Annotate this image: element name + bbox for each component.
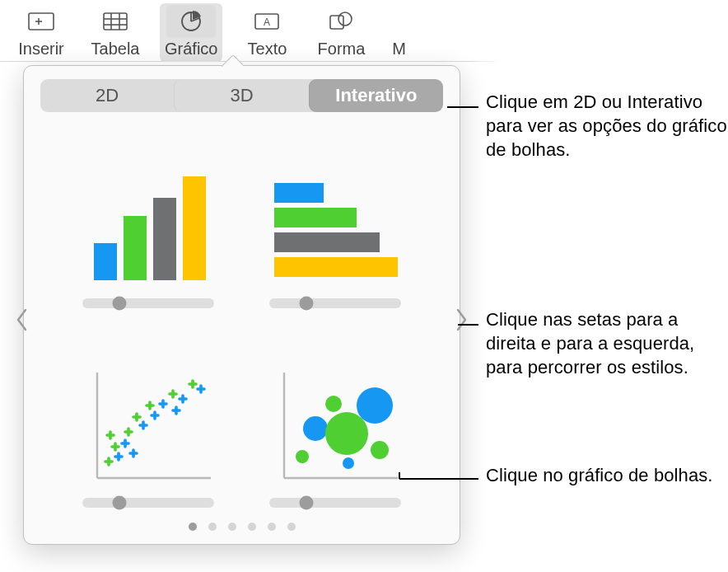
scatter-chart-icon — [82, 364, 214, 488]
pager-dot[interactable] — [248, 523, 256, 531]
popover-arrow — [222, 55, 243, 67]
toolbar-insert[interactable]: Inserir — [12, 3, 71, 62]
chart-tile-bar[interactable] — [256, 132, 416, 310]
toolbar-shape[interactable]: Forma — [311, 3, 371, 62]
svg-point-64 — [325, 412, 368, 455]
svg-point-62 — [303, 416, 328, 441]
svg-rect-21 — [274, 232, 380, 252]
toolbar-next-label: M — [392, 40, 406, 59]
svg-rect-16 — [124, 216, 147, 280]
pager-dot[interactable] — [208, 523, 217, 531]
pie-chart-icon — [166, 5, 216, 38]
toolbar-insert-label: Inserir — [18, 40, 64, 59]
svg-point-66 — [357, 387, 393, 424]
svg-rect-15 — [94, 243, 117, 280]
svg-rect-17 — [153, 198, 176, 280]
pager-dot[interactable] — [228, 523, 236, 531]
next-style-button[interactable] — [450, 302, 473, 338]
svg-rect-20 — [274, 208, 357, 227]
chart-tile-slider[interactable] — [82, 297, 214, 310]
slider-thumb[interactable] — [112, 297, 126, 311]
svg-text:A: A — [264, 16, 270, 28]
slider-thumb[interactable] — [112, 496, 126, 510]
callout-bubble: Clique no gráfico de bolhas. — [486, 463, 713, 487]
chart-grid — [35, 127, 448, 513]
chevron-left-icon — [15, 307, 30, 332]
chart-tile-scatter[interactable] — [68, 331, 228, 509]
svg-rect-22 — [274, 257, 398, 277]
pager-dot[interactable] — [287, 523, 296, 531]
toolbar-text[interactable]: A Texto — [237, 3, 296, 62]
callout-line — [447, 106, 478, 108]
tab-2d[interactable]: 2D — [40, 79, 174, 112]
slider-thumb[interactable] — [300, 496, 314, 510]
textbox-icon: A — [242, 5, 292, 38]
callout-line — [458, 324, 478, 326]
toolbar-text-label: Texto — [248, 40, 287, 59]
chart-tile-column[interactable] — [68, 132, 228, 310]
callout-tabs: Clique em 2D ou Interativo para ver as o… — [486, 90, 728, 162]
chart-tile-slider[interactable] — [269, 297, 401, 310]
toolbar-table[interactable]: Tabela — [86, 3, 145, 62]
svg-point-65 — [343, 457, 354, 469]
pager-dot[interactable] — [189, 523, 197, 531]
svg-point-14 — [338, 12, 352, 26]
shape-icon — [316, 5, 366, 38]
svg-rect-13 — [330, 16, 343, 29]
chevron-right-icon — [454, 307, 469, 332]
chart-tile-slider[interactable] — [82, 496, 214, 509]
chart-picker-popover: 2D 3D Interativo — [23, 65, 460, 545]
toolbar-next-clipped[interactable]: M — [385, 3, 412, 62]
toolbar-fade — [468, 0, 728, 62]
insert-icon — [16, 5, 66, 38]
style-pager — [35, 513, 448, 537]
callout-arrows: Clique nas setas para a direita e para a… — [486, 307, 728, 379]
table-icon — [91, 5, 140, 38]
callout-line — [399, 472, 400, 479]
svg-rect-3 — [104, 13, 127, 30]
chart-tile-slider[interactable] — [269, 496, 401, 509]
chart-type-segmented: 2D 3D Interativo — [40, 79, 443, 112]
toolbar-chart[interactable]: Gráfico — [160, 3, 222, 62]
svg-point-63 — [325, 396, 342, 412]
toolbar-table-label: Tabela — [91, 40, 140, 59]
svg-point-67 — [371, 441, 389, 459]
tab-3d[interactable]: 3D — [174, 79, 308, 112]
bar-chart-icon — [269, 165, 401, 288]
column-chart-icon — [82, 165, 214, 288]
toolbar-chart-label: Gráfico — [165, 40, 217, 59]
svg-rect-18 — [183, 176, 206, 280]
chart-tile-bubble[interactable] — [256, 331, 416, 509]
pager-dot[interactable] — [268, 523, 276, 531]
svg-rect-19 — [274, 183, 324, 203]
prev-style-button[interactable] — [11, 302, 34, 338]
bubble-chart-icon — [269, 364, 401, 488]
svg-point-61 — [296, 450, 309, 463]
tab-interactive[interactable]: Interativo — [309, 79, 443, 112]
callout-line — [399, 478, 478, 480]
slider-thumb[interactable] — [300, 297, 314, 311]
generic-icon — [390, 5, 407, 38]
toolbar-shape-label: Forma — [318, 40, 366, 59]
